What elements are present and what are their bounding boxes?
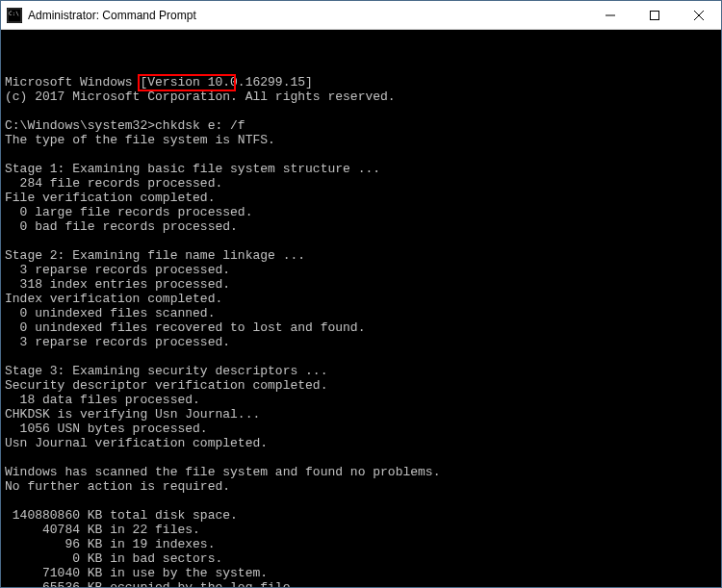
terminal-line bbox=[5, 104, 717, 118]
terminal-line: Usn Journal verification completed. bbox=[5, 436, 717, 450]
terminal-line: Microsoft Windows [Version 10.0.16299.15… bbox=[5, 75, 717, 89]
terminal-line bbox=[5, 494, 717, 508]
terminal-line: 0 large file records processed. bbox=[5, 205, 717, 219]
svg-rect-4 bbox=[651, 11, 659, 19]
terminal-line: (c) 2017 Microsoft Corporation. All righ… bbox=[5, 89, 717, 104]
window-title: Administrator: Command Prompt bbox=[28, 9, 588, 22]
terminal-line: Windows has scanned the file system and … bbox=[5, 465, 717, 479]
svg-text:C:\: C:\ bbox=[9, 10, 19, 16]
terminal-output[interactable]: Microsoft Windows [Version 10.0.16299.15… bbox=[1, 30, 721, 587]
terminal-line: The type of the file system is NTFS. bbox=[5, 133, 717, 147]
terminal-line: File verification completed. bbox=[5, 191, 717, 205]
terminal-line: 0 KB in bad sectors. bbox=[5, 551, 717, 566]
titlebar[interactable]: C:\ Administrator: Command Prompt bbox=[1, 1, 721, 30]
terminal-line: 3 reparse records processed. bbox=[5, 263, 717, 277]
terminal-line: 318 index entries processed. bbox=[5, 277, 717, 292]
terminal-line: 3 reparse records processed. bbox=[5, 335, 717, 349]
terminal-line: 140880860 KB total disk space. bbox=[5, 508, 717, 523]
command-prompt-window: C:\ Administrator: Command Prompt Micros… bbox=[0, 0, 722, 588]
terminal-line: 0 unindexed files scanned. bbox=[5, 306, 717, 320]
cmd-icon: C:\ bbox=[7, 8, 22, 23]
terminal-line bbox=[5, 349, 717, 364]
terminal-line: 284 file records processed. bbox=[5, 176, 717, 191]
terminal-line: CHKDSK is verifying Usn Journal... bbox=[5, 407, 717, 422]
terminal-line: 0 bad file records processed. bbox=[5, 219, 717, 234]
terminal-line bbox=[5, 147, 717, 162]
terminal-line: Index verification completed. bbox=[5, 292, 717, 306]
terminal-line: No further action is required. bbox=[5, 479, 717, 494]
terminal-line: 96 KB in 19 indexes. bbox=[5, 537, 717, 551]
terminal-line: C:\Windows\system32>chkdsk e: /f bbox=[5, 118, 717, 133]
maximize-button[interactable] bbox=[632, 1, 677, 29]
terminal-line: 71040 KB in use by the system. bbox=[5, 566, 717, 580]
terminal-line bbox=[5, 450, 717, 465]
terminal-line: 1056 USN bytes processed. bbox=[5, 422, 717, 436]
terminal-line: 0 unindexed files recovered to lost and … bbox=[5, 320, 717, 335]
minimize-button[interactable] bbox=[588, 1, 632, 29]
terminal-line: Stage 2: Examining file name linkage ... bbox=[5, 248, 717, 263]
terminal-line: 65536 KB occupied by the log file. bbox=[5, 580, 717, 587]
terminal-line: Stage 1: Examining basic file system str… bbox=[5, 162, 717, 176]
terminal-line: 18 data files processed. bbox=[5, 393, 717, 407]
terminal-line: Stage 3: Examining security descriptors … bbox=[5, 364, 717, 378]
close-button[interactable] bbox=[677, 1, 721, 29]
terminal-line bbox=[5, 234, 717, 248]
terminal-line: Security descriptor verification complet… bbox=[5, 378, 717, 393]
terminal-line: 40784 KB in 22 files. bbox=[5, 523, 717, 537]
window-controls bbox=[588, 1, 721, 29]
